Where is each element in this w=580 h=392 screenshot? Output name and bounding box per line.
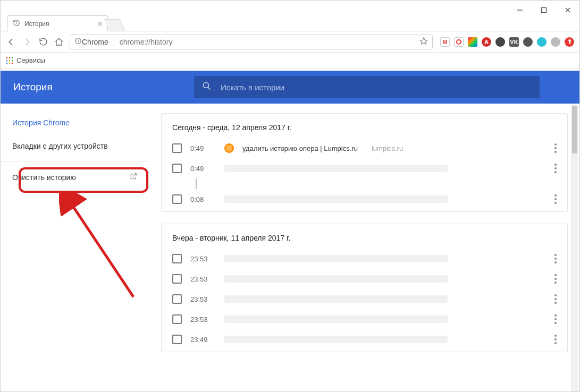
forward-button[interactable] [22, 37, 32, 47]
extension-icons: M A VK ⬆ [438, 37, 574, 47]
window-maximize-button[interactable] [532, 3, 556, 18]
row-checkbox[interactable] [172, 254, 182, 263]
sidebar-separator [1, 161, 149, 161]
history-day-title: Сегодня - среда, 12 апреля 2017 г. [162, 114, 567, 138]
row-time: 23:53 [190, 295, 216, 303]
round-ext-icon[interactable] [523, 37, 533, 47]
history-row[interactable]: 0:49удалить историю опера | Lumpics.rulu… [162, 138, 567, 158]
apps-label[interactable]: Сервисы [16, 56, 45, 64]
row-menu-button[interactable] [554, 194, 557, 204]
apps-icon[interactable] [6, 57, 13, 64]
site-favicon [224, 143, 234, 153]
row-checkbox[interactable] [172, 194, 182, 204]
row-time: 23:53 [190, 255, 216, 263]
row-menu-button[interactable] [554, 294, 557, 304]
back-button[interactable] [6, 37, 16, 47]
svg-marker-9 [420, 38, 427, 44]
opera-ext-icon[interactable] [454, 37, 464, 47]
address-bar[interactable]: Chrome chrome://history [70, 35, 433, 49]
history-row[interactable]: 0:08 [162, 189, 567, 209]
row-menu-button[interactable] [554, 254, 557, 263]
row-menu-button[interactable] [554, 314, 557, 324]
sidebar-item-label: Очистить историю [12, 173, 76, 182]
redacted-entry [224, 165, 448, 172]
browser-toolbar: Chrome chrome://history M A VK ⬆ [1, 31, 579, 53]
sidebar-item-chrome-history[interactable]: История Chrome [1, 111, 149, 134]
sidebar-item-other-devices[interactable]: Вкладки с других устройств [1, 134, 149, 158]
row-time: 0:49 [190, 165, 216, 173]
history-day-title: Вчера - вторник, 11 апреля 2017 г. [162, 224, 567, 249]
bookmarks-bar: Сервисы [1, 53, 579, 69]
row-checkbox[interactable] [172, 314, 182, 324]
redacted-entry [224, 275, 448, 283]
row-time: 0:08 [190, 195, 216, 203]
dark-ext-icon[interactable] [495, 37, 505, 47]
gmail-ext-icon[interactable]: M [440, 37, 450, 47]
svg-line-5 [16, 23, 18, 23]
page-title: История [13, 81, 194, 93]
tab-strip: История × [1, 14, 579, 31]
grey-ext-icon[interactable] [551, 37, 560, 47]
history-row[interactable]: 23:53 [162, 249, 567, 269]
history-sidebar: История Chrome Вкладки с других устройст… [1, 104, 149, 391]
svg-line-11 [208, 87, 211, 90]
history-row[interactable]: 23:49 [162, 329, 567, 350]
sidebar-item-label: Вкладки с других устройств [12, 142, 108, 150]
entry-domain: lumpics.ru [372, 144, 403, 152]
info-icon [74, 37, 82, 46]
reload-button[interactable] [38, 37, 48, 47]
row-time: 0:49 [190, 144, 216, 152]
red-ext-icon[interactable]: ⬆ [565, 37, 574, 47]
browser-tab-history[interactable]: История × [7, 15, 108, 31]
row-menu-button[interactable] [554, 335, 557, 344]
sidebar-item-clear-history[interactable]: Очистить историю [1, 165, 149, 190]
window-minimize-button[interactable] [508, 3, 532, 18]
row-time: 23:49 [190, 336, 216, 344]
row-time: 23:53 [190, 275, 216, 283]
row-menu-button[interactable] [554, 164, 557, 173]
teal-ext-icon[interactable] [537, 37, 547, 47]
redacted-entry [224, 255, 448, 262]
row-checkbox[interactable] [172, 274, 182, 284]
row-time: 23:53 [190, 316, 216, 323]
history-day-card: Вчера - вторник, 11 апреля 2017 г.23:532… [161, 224, 568, 352]
redacted-entry [224, 336, 448, 343]
omnibox-divider [114, 37, 114, 47]
search-input[interactable] [220, 82, 532, 92]
sidebar-item-label: История Chrome [12, 118, 70, 127]
tab-title: История [24, 20, 49, 28]
adblock-ext-icon[interactable]: A [482, 37, 491, 47]
history-row[interactable]: 23:53 [162, 269, 567, 289]
redacted-entry [224, 295, 448, 303]
vk-ext-icon[interactable]: VK [509, 37, 519, 47]
svg-point-10 [203, 82, 208, 88]
tab-close-button[interactable]: × [98, 20, 102, 28]
history-header: История [1, 71, 579, 104]
history-row[interactable]: 0:49 [162, 158, 567, 178]
window-close-button[interactable] [556, 3, 579, 18]
scrollbar[interactable] [571, 105, 578, 391]
home-button[interactable] [54, 37, 64, 47]
entry-title[interactable]: удалить историю опера | Lumpics.ru [242, 144, 358, 152]
redacted-entry [224, 316, 448, 323]
history-search[interactable] [194, 76, 540, 98]
origin-chip: Chrome [82, 38, 114, 46]
row-checkbox[interactable] [172, 294, 182, 304]
url-text: chrome://history [120, 38, 173, 46]
history-main: Сегодня - среда, 12 апреля 2017 г.0:49уд… [149, 104, 579, 391]
redacted-entry [224, 195, 448, 203]
history-icon [13, 19, 20, 28]
colorful-ext-icon[interactable] [468, 37, 477, 47]
open-external-icon [129, 172, 138, 182]
svg-rect-1 [541, 8, 546, 13]
thread-connector [196, 178, 567, 189]
row-menu-button[interactable] [554, 274, 557, 284]
history-row[interactable]: 23:53 [162, 289, 567, 309]
row-checkbox[interactable] [172, 335, 182, 344]
row-checkbox[interactable] [172, 143, 182, 153]
search-icon [201, 81, 212, 93]
history-row[interactable]: 23:53 [162, 309, 567, 329]
row-checkbox[interactable] [172, 164, 182, 173]
bookmark-star-icon[interactable] [419, 37, 428, 47]
row-menu-button[interactable] [554, 143, 557, 153]
